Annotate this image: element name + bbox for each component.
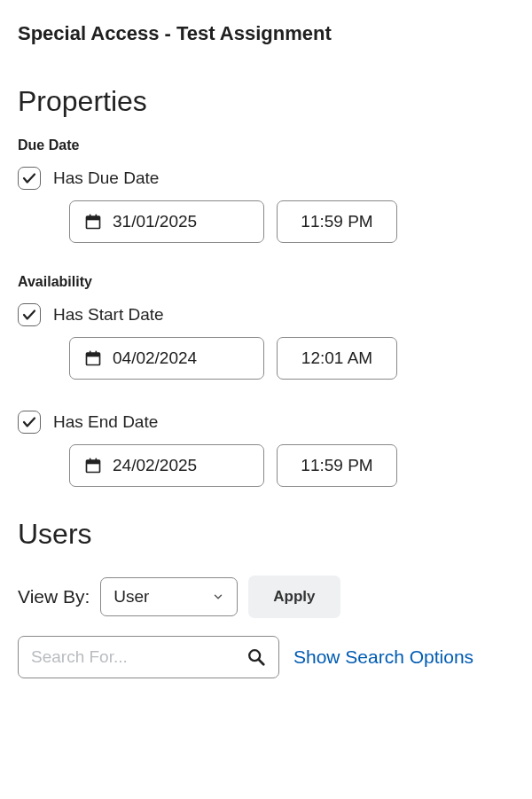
properties-heading: Properties	[18, 85, 514, 118]
svg-rect-1	[87, 216, 100, 220]
search-input[interactable]: Search For...	[18, 636, 279, 678]
has-start-date-checkbox[interactable]	[18, 303, 41, 326]
calendar-icon	[84, 213, 102, 231]
has-start-date-label: Has Start Date	[53, 305, 164, 325]
apply-button[interactable]: Apply	[248, 576, 340, 618]
viewby-value: User	[113, 587, 149, 607]
svg-line-13	[259, 660, 264, 665]
calendar-icon	[84, 349, 102, 367]
end-date-inputs: 24/02/2025 11:59 PM	[69, 444, 514, 487]
svg-rect-5	[87, 353, 100, 356]
show-search-options-link[interactable]: Show Search Options	[293, 646, 473, 668]
has-due-date-label: Has Due Date	[53, 168, 159, 188]
has-end-date-label: Has End Date	[53, 412, 158, 432]
start-time-input[interactable]: 12:01 AM	[277, 337, 397, 380]
start-time-value: 12:01 AM	[301, 349, 372, 368]
viewby-select[interactable]: User	[100, 577, 238, 616]
has-end-date-checkbox[interactable]	[18, 411, 41, 434]
due-date-label: Due Date	[18, 137, 514, 153]
has-end-date-row: Has End Date	[18, 411, 514, 434]
chevron-down-icon	[212, 591, 224, 603]
due-date-inputs: 31/01/2025 11:59 PM	[69, 200, 514, 243]
checkmark-icon	[21, 307, 37, 323]
calendar-icon	[84, 457, 102, 474]
has-due-date-row: Has Due Date	[18, 167, 514, 190]
viewby-label: View By:	[18, 586, 90, 607]
due-time-value: 11:59 PM	[301, 212, 372, 231]
svg-rect-9	[87, 460, 100, 464]
search-icon	[246, 647, 266, 667]
start-date-inputs: 04/02/2024 12:01 AM	[69, 337, 514, 380]
search-placeholder: Search For...	[31, 647, 128, 667]
search-row: Search For... Show Search Options	[18, 636, 514, 678]
end-time-input[interactable]: 11:59 PM	[277, 444, 397, 487]
page-title: Special Access - Test Assignment	[18, 22, 514, 45]
has-start-date-row: Has Start Date	[18, 303, 514, 326]
has-due-date-checkbox[interactable]	[18, 167, 41, 190]
end-date-value: 24/02/2025	[113, 456, 197, 475]
end-date-input[interactable]: 24/02/2025	[69, 444, 264, 487]
users-heading: Users	[18, 518, 514, 551]
due-date-value: 31/01/2025	[113, 212, 197, 231]
viewby-row: View By: User Apply	[18, 576, 514, 618]
checkmark-icon	[21, 414, 37, 430]
availability-label: Availability	[18, 274, 514, 290]
due-date-input[interactable]: 31/01/2025	[69, 200, 264, 243]
end-time-value: 11:59 PM	[301, 456, 372, 475]
due-time-input[interactable]: 11:59 PM	[277, 200, 397, 243]
checkmark-icon	[21, 170, 37, 186]
start-date-value: 04/02/2024	[113, 349, 197, 368]
start-date-input[interactable]: 04/02/2024	[69, 337, 264, 380]
